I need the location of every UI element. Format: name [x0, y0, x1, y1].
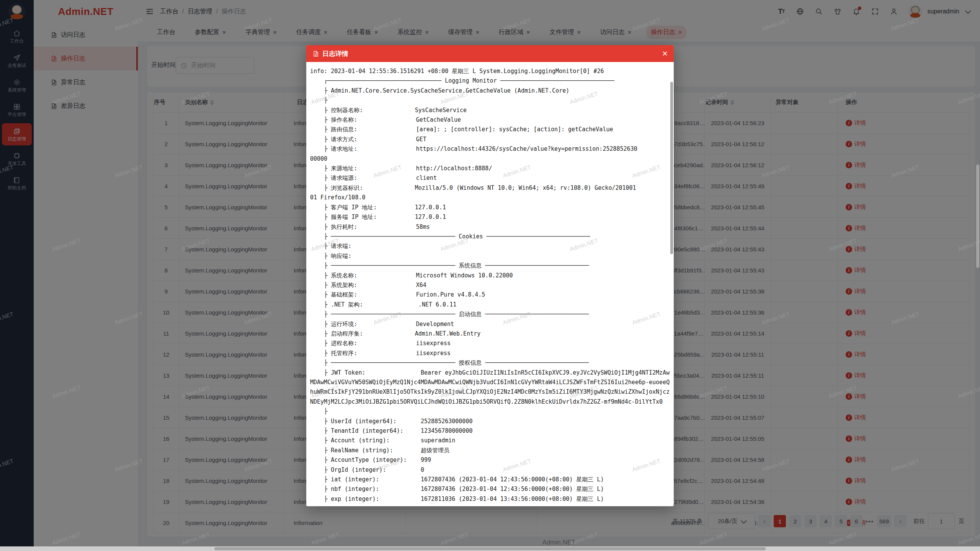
modal-body: info: 2023-01-04 12:55:36.1516291 +08:00… — [306, 62, 674, 506]
document-icon — [312, 51, 319, 57]
horizontal-scrollbar[interactable] — [0, 546, 980, 551]
page: 工作台 业务测试 系统管理 平台管理 日志管理 开发工具 帮助文档 Admin.… — [0, 0, 980, 551]
vertical-scrollbar-thumb[interactable] — [976, 165, 979, 268]
horizontal-scrollbar-thumb[interactable] — [214, 547, 766, 550]
modal-scrollbar-thumb[interactable] — [670, 82, 673, 254]
close-icon[interactable]: × — [662, 50, 668, 57]
log-detail-modal: 日志详情 × info: 2023-01-04 12:55:36.1516291… — [306, 45, 674, 506]
modal-title: 日志详情 — [322, 49, 348, 58]
modal-header: 日志详情 × — [306, 45, 674, 62]
log-detail-text: info: 2023-01-04 12:55:36.1516291 +08:00… — [310, 67, 670, 504]
